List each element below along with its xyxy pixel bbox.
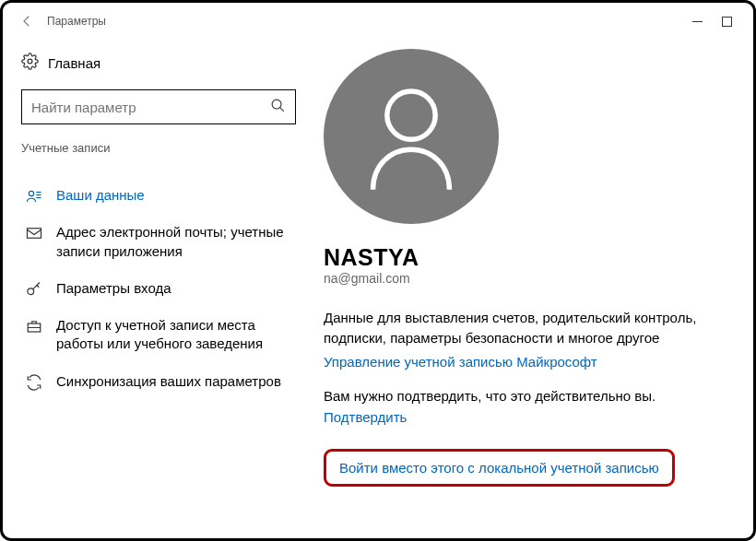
sidebar-item-sync[interactable]: Синхронизация ваших параметров: [21, 363, 296, 400]
highlight-annotation: Войти вместо этого с локальной учетной з…: [324, 449, 675, 487]
maximize-button[interactable]: [720, 15, 733, 28]
search-input[interactable]: [31, 100, 270, 115]
sidebar-item-work-access[interactable]: Доступ к учетной записи места работы или…: [21, 307, 296, 363]
person-icon: [360, 81, 462, 192]
sidebar: Главная Учетные записи Ваши данные А: [6, 36, 311, 535]
local-account-link[interactable]: Войти вместо этого с локальной учетной з…: [339, 460, 659, 476]
sidebar-item-signin-options[interactable]: Параметры входа: [21, 270, 296, 307]
sidebar-item-email[interactable]: Адрес электронной почты; учетные записи …: [21, 214, 296, 270]
person-card-icon: [25, 186, 43, 205]
window-title: Параметры: [40, 15, 106, 28]
svg-rect-1: [722, 17, 731, 26]
maximize-icon: [722, 17, 732, 27]
content-area: Главная Учетные записи Ваши данные А: [6, 36, 750, 535]
search-box[interactable]: [21, 89, 296, 124]
mail-icon: [25, 223, 43, 241]
gear-icon: [21, 53, 39, 73]
minimize-icon: [692, 17, 703, 27]
verify-link[interactable]: Подтвердить: [324, 409, 724, 425]
section-label: Учетные записи: [21, 141, 296, 155]
verify-text: Вам нужно подтвердить, что это действите…: [324, 388, 724, 404]
sync-icon: [25, 372, 43, 391]
main-pane: NASTYA na@gmail.com Данные для выставлен…: [311, 36, 750, 535]
user-name: NASTYA: [324, 244, 724, 271]
home-nav[interactable]: Главная: [21, 53, 296, 73]
svg-point-12: [387, 91, 435, 139]
billing-block: Данные для выставления счетов, родительс…: [324, 308, 724, 370]
titlebar: Параметры: [6, 6, 750, 36]
avatar: [324, 49, 499, 224]
sidebar-item-label: Адрес электронной почты; учетные записи …: [56, 223, 292, 261]
svg-point-5: [29, 191, 33, 195]
back-arrow-icon: [18, 13, 35, 29]
window-frame: Параметры Главная Уче: [0, 0, 756, 541]
sidebar-item-label: Ваши данные: [56, 186, 145, 205]
minimize-button[interactable]: [691, 15, 703, 28]
verify-block: Вам нужно подтвердить, что это действите…: [324, 388, 724, 425]
window-controls: [691, 15, 742, 28]
svg-point-3: [272, 100, 281, 109]
briefcase-icon: [25, 316, 43, 335]
manage-account-link[interactable]: Управление учетной записью Майкрософт: [324, 354, 724, 370]
sidebar-item-your-info[interactable]: Ваши данные: [21, 177, 296, 214]
user-email: na@gmail.com: [324, 271, 724, 286]
svg-line-4: [280, 108, 284, 112]
key-icon: [25, 279, 43, 298]
back-button[interactable]: [14, 13, 40, 29]
svg-point-10: [28, 288, 34, 295]
sidebar-item-label: Синхронизация ваших параметров: [56, 372, 281, 391]
billing-text: Данные для выставления счетов, родительс…: [324, 308, 724, 348]
svg-point-2: [28, 59, 32, 64]
home-label: Главная: [48, 55, 100, 71]
svg-rect-9: [28, 229, 41, 239]
sidebar-item-label: Доступ к учетной записи места работы или…: [56, 316, 292, 354]
search-icon: [270, 98, 286, 116]
sidebar-item-label: Параметры входа: [56, 279, 171, 298]
